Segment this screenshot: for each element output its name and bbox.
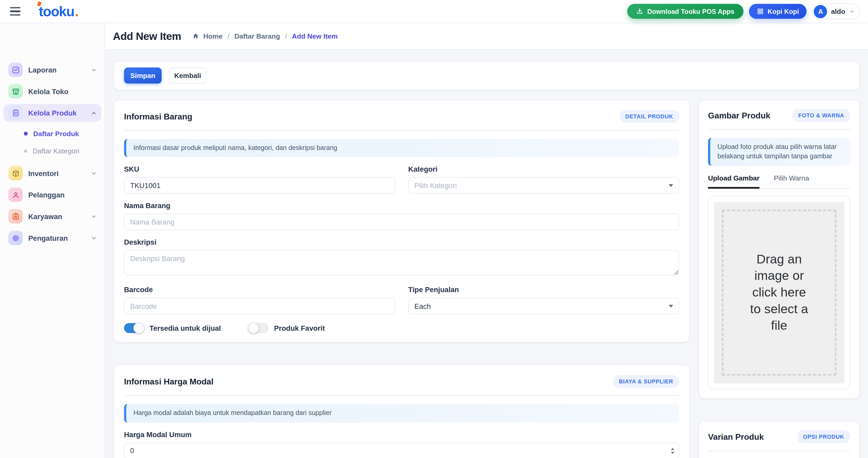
logo-text: tooku [39, 3, 74, 20]
dropzone-text: Drag an image or click here to select a … [748, 251, 811, 334]
chevron-down-icon [91, 170, 97, 176]
sidebar-item-inventori[interactable]: Inventori [3, 164, 101, 182]
person-icon [8, 188, 23, 202]
tersedia-dijual-label: Tersedia untuk dijual [150, 324, 221, 332]
download-pos-apps-button[interactable]: Download Tooku POS Apps [627, 4, 743, 19]
clipboard-list-icon [8, 106, 23, 120]
sidebar-item-label: Kelola Produk [28, 109, 76, 117]
breadcrumb-separator: / [285, 32, 287, 40]
kategori-label: Kategori [408, 165, 679, 173]
info-callout-text: Harga modal adalah biaya untuk mendapatk… [133, 408, 672, 418]
sidebar-item-karyawan[interactable]: Karyawan [3, 207, 101, 225]
page-header: Add New Item Home / Daftar Barang / Add … [105, 23, 868, 50]
informasi-barang-card: Informasi Barang DETAIL PRODUK Informasi… [114, 100, 690, 343]
produk-favorit-label: Produk Favorit [274, 324, 325, 332]
sidebar-item-pelanggan[interactable]: Pelanggan [3, 186, 101, 204]
section-title: Informasi Barang [124, 111, 192, 121]
sidebar-item-label: Pelanggan [28, 191, 64, 199]
deskripsi-label: Deskripsi [124, 238, 679, 247]
sidebar-item-pengaturan[interactable]: Pengaturan [3, 229, 101, 247]
breadcrumb-separator: / [227, 32, 229, 40]
chart-line-icon [8, 63, 23, 77]
storefront-icon [8, 84, 23, 98]
sku-input[interactable] [124, 177, 395, 194]
tipe-penjualan-label: Tipe Penjualan [408, 286, 679, 294]
box-icon [8, 166, 23, 180]
gear-icon [8, 231, 23, 245]
section-badge: BIAYA & SUPPLIER [613, 375, 679, 388]
app-logo: tooku . [39, 3, 79, 20]
sidebar-item-label: Karyawan [28, 212, 62, 220]
tab-pilih-warna[interactable]: Pilih Warna [774, 174, 809, 188]
divider [124, 130, 679, 131]
sidebar-item-kelola-toko[interactable]: Kelola Toko [3, 83, 101, 100]
section-badge: FOTO & WARNA [792, 109, 850, 122]
tipe-penjualan-select[interactable]: Each [408, 298, 679, 315]
sidebar-item-kelola-produk[interactable]: Kelola Produk [3, 104, 101, 122]
nama-barang-input[interactable] [124, 214, 679, 231]
breadcrumb-home[interactable]: Home [203, 32, 223, 40]
breadcrumb: Home / Daftar Barang / Add New Item [192, 32, 338, 40]
section-title: Gambar Produk [708, 110, 770, 120]
menu-toggle-button[interactable] [10, 4, 24, 19]
avatar: A [814, 5, 827, 18]
page-title: Add New Item [113, 30, 181, 42]
id-badge-icon [8, 209, 23, 224]
deskripsi-textarea[interactable] [124, 251, 679, 276]
sku-label: SKU [124, 165, 395, 173]
varian-produk-card: Varian Produk OPSI PRODUK [699, 421, 860, 458]
form-actions-card: Simpan Kembali [114, 61, 860, 90]
harga-modal-umum-input[interactable] [124, 443, 679, 458]
topbar: tooku . Download Tooku POS Apps Kopi Kop… [0, 0, 868, 23]
sidebar-subitem-daftar-produk[interactable]: Daftar Produk [3, 127, 101, 140]
main-area: Add New Item Home / Daftar Barang / Add … [105, 23, 868, 458]
user-menu[interactable]: A aldo [812, 3, 860, 20]
section-badge: DETAIL PRODUK [619, 110, 679, 123]
breadcrumb-daftar-barang[interactable]: Daftar Barang [235, 32, 280, 40]
tab-upload-gambar[interactable]: Upload Gambar [708, 174, 760, 189]
content-scroll-area: Simpan Kembali Informasi Barang DETAIL P… [105, 50, 868, 458]
download-icon [636, 8, 644, 15]
right-column: Gambar Produk FOTO & WARNA Upload foto p… [699, 100, 860, 458]
back-button[interactable]: Kembali [169, 68, 207, 84]
caret-down-icon [669, 305, 673, 308]
tipe-penjualan-value: Each [414, 302, 431, 310]
nama-barang-label: Nama Barang [124, 202, 679, 210]
store-switcher-button[interactable]: Kopi Kopi [749, 4, 807, 19]
logo-dot: . [75, 3, 79, 20]
bullet-dot [24, 149, 27, 153]
barcode-input[interactable] [124, 298, 395, 315]
chevron-down-icon [91, 67, 97, 73]
number-stepper[interactable] [671, 448, 674, 454]
download-button-label: Download Tooku POS Apps [647, 7, 734, 15]
kategori-placeholder: Pilih Kategori [414, 182, 457, 190]
produk-favorit-toggle[interactable] [249, 323, 269, 333]
divider [708, 129, 850, 130]
home-icon [192, 33, 199, 40]
image-dropzone[interactable]: Drag an image or click here to select a … [708, 196, 850, 389]
topbar-actions: Download Tooku POS Apps Kopi Kopi A aldo [627, 3, 860, 20]
tersedia-dijual-toggle[interactable] [124, 323, 144, 333]
subitem-label: Daftar Produk [33, 130, 79, 137]
left-column: Informasi Barang DETAIL PRODUK Informasi… [114, 100, 690, 458]
harga-modal-umum-label: Harga Modal Umum [124, 430, 679, 439]
image-tabs: Upload Gambar Pilih Warna [708, 174, 850, 189]
kategori-select[interactable]: Pilih Kategori [408, 177, 679, 194]
sidebar-subitem-daftar-kategori[interactable]: Daftar Kategori [3, 144, 101, 158]
info-callout-text: Upload foto produk atau pilih warna lata… [717, 142, 843, 161]
section-title: Informasi Harga Modal [124, 377, 214, 386]
chevron-down-icon [849, 9, 855, 14]
save-button[interactable]: Simpan [124, 68, 161, 84]
sidebar-item-label: Laporan [28, 65, 57, 74]
bullet-dot [24, 132, 28, 136]
breadcrumb-current: Add New Item [292, 32, 338, 40]
toggle-knob [248, 323, 259, 334]
toggle-knob [133, 323, 144, 334]
chevron-down-icon [91, 235, 97, 241]
sidebar-item-label: Inventori [28, 169, 58, 177]
sidebar-item-label: Pengaturan [28, 234, 68, 242]
info-callout: Harga modal adalah biaya untuk mendapatk… [124, 404, 679, 423]
grid-icon [756, 8, 764, 15]
sidebar-item-laporan[interactable]: Laporan [3, 61, 101, 78]
store-button-label: Kopi Kopi [768, 7, 799, 15]
